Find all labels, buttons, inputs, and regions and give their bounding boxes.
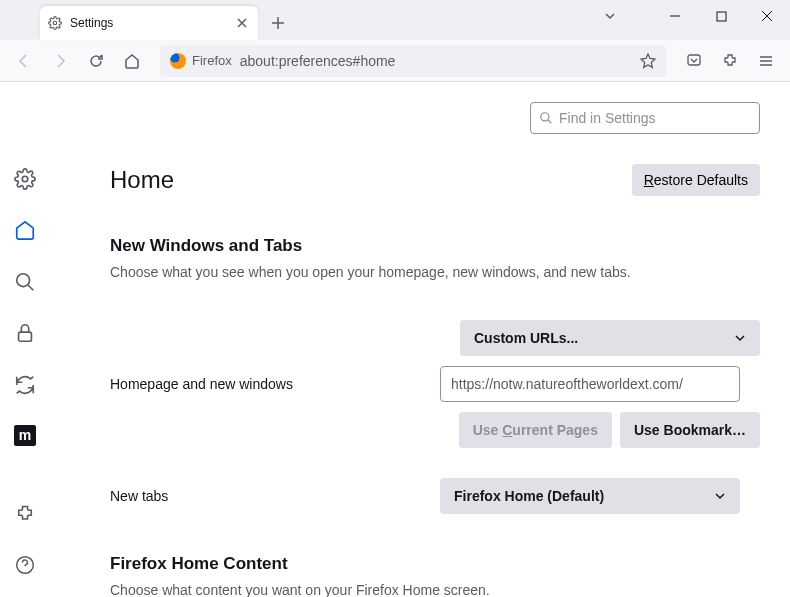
- browser-tab[interactable]: Settings: [40, 6, 258, 40]
- section-new-windows-title: New Windows and Tabs: [110, 236, 760, 256]
- url-bar[interactable]: Firefox about:preferences#home: [160, 45, 666, 77]
- chevron-down-icon: [714, 490, 726, 502]
- section-home-content-desc: Choose what content you want on your Fir…: [110, 582, 760, 597]
- window-controls: [592, 0, 790, 32]
- settings-sidebar: m: [0, 82, 50, 597]
- maximize-button[interactable]: [698, 0, 744, 32]
- use-current-pages-button[interactable]: Use Current Pages: [459, 412, 612, 448]
- url-text: about:preferences#home: [240, 53, 396, 69]
- close-tab-icon[interactable]: [234, 15, 250, 31]
- search-placeholder: Find in Settings: [559, 110, 656, 126]
- sidebar-help-icon[interactable]: [13, 554, 37, 578]
- sidebar-search-icon[interactable]: [13, 270, 37, 294]
- svg-point-7: [541, 113, 549, 121]
- forward-button[interactable]: [44, 45, 76, 77]
- bookmark-star-icon[interactable]: [640, 53, 656, 69]
- close-window-button[interactable]: [744, 0, 790, 32]
- svg-rect-1: [717, 12, 726, 21]
- sidebar-home-icon[interactable]: [13, 219, 37, 243]
- newtabs-label: New tabs: [110, 488, 440, 504]
- sidebar-sync-icon[interactable]: [13, 373, 37, 397]
- chevron-down-icon: [734, 332, 746, 344]
- titlebar: Settings: [0, 0, 790, 40]
- newtabs-mode-value: Firefox Home (Default): [454, 488, 604, 504]
- homepage-mode-value: Custom URLs...: [474, 330, 578, 346]
- minimize-button[interactable]: [652, 0, 698, 32]
- home-button[interactable]: [116, 45, 148, 77]
- svg-rect-2: [688, 55, 700, 65]
- tabs-dropdown-icon[interactable]: [592, 0, 628, 32]
- homepage-mode-select[interactable]: Custom URLs...: [460, 320, 760, 356]
- back-button[interactable]: [8, 45, 40, 77]
- new-tab-button[interactable]: [264, 9, 292, 37]
- reload-button[interactable]: [80, 45, 112, 77]
- sidebar-more-icon[interactable]: m: [14, 425, 36, 447]
- firefox-logo-icon: [170, 53, 186, 69]
- extensions-icon[interactable]: [714, 45, 746, 77]
- homepage-label: Homepage and new windows: [110, 376, 440, 392]
- settings-search-input[interactable]: Find in Settings: [530, 102, 760, 134]
- pocket-icon[interactable]: [678, 45, 710, 77]
- homepage-url-input[interactable]: [440, 366, 740, 402]
- tab-title: Settings: [70, 16, 226, 30]
- search-icon: [539, 111, 553, 125]
- gear-icon: [48, 16, 62, 30]
- sidebar-privacy-icon[interactable]: [13, 322, 37, 346]
- sidebar-extensions-icon[interactable]: [13, 502, 37, 526]
- content-area: m Find in Settings Home Restore Defaults…: [0, 82, 790, 597]
- app-menu-icon[interactable]: [750, 45, 782, 77]
- section-home-content-title: Firefox Home Content: [110, 554, 760, 574]
- svg-rect-5: [19, 332, 32, 341]
- sidebar-general-icon[interactable]: [13, 167, 37, 191]
- svg-point-0: [53, 21, 57, 25]
- use-bookmark-button[interactable]: Use Bookmark…: [620, 412, 760, 448]
- identity-box[interactable]: Firefox: [170, 53, 232, 69]
- newtabs-mode-select[interactable]: Firefox Home (Default): [440, 478, 740, 514]
- identity-label: Firefox: [192, 53, 232, 68]
- svg-point-3: [22, 176, 28, 182]
- svg-point-4: [17, 274, 30, 287]
- page-title: Home: [110, 166, 632, 194]
- settings-main: Find in Settings Home Restore Defaults N…: [50, 82, 790, 597]
- restore-defaults-button[interactable]: Restore Defaults: [632, 164, 760, 196]
- section-new-windows-desc: Choose what you see when you open your h…: [110, 264, 760, 280]
- nav-toolbar: Firefox about:preferences#home: [0, 40, 790, 82]
